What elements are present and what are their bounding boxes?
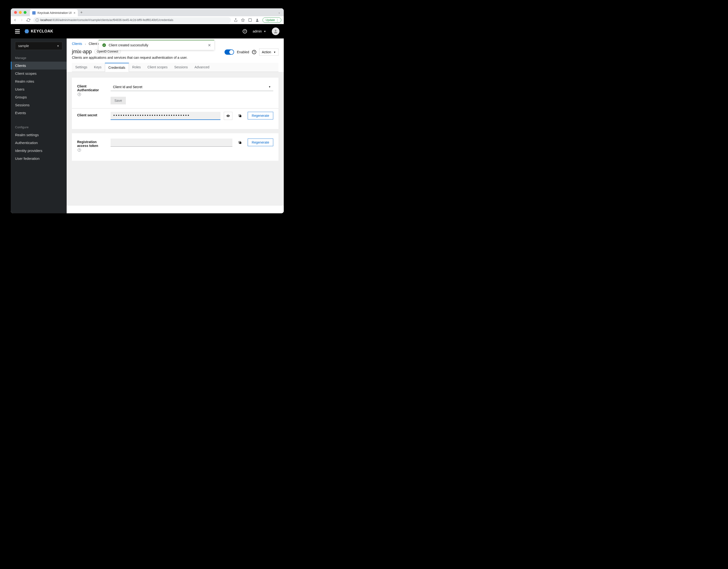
copy-token-button[interactable] (236, 139, 244, 147)
svg-point-4 (275, 30, 277, 31)
copy-secret-button[interactable] (236, 112, 244, 120)
tab-client-scopes[interactable]: Client scopes (144, 63, 171, 72)
svg-rect-7 (239, 115, 241, 117)
tab-settings[interactable]: Settings (72, 63, 91, 72)
regenerate-token-button[interactable]: Regenerate (248, 139, 273, 146)
tabs: Settings Keys Credentials Roles Client s… (72, 63, 278, 72)
help-icon[interactable]: ? (243, 29, 247, 33)
extensions-icon[interactable] (248, 18, 252, 22)
address-bar: i localhost:8180/admin/master/console/#/… (11, 16, 284, 24)
app-header: KEYCLOAK ? admin ▼ (11, 24, 284, 38)
action-dropdown[interactable]: Action ▼ (259, 48, 278, 56)
app-body: Client created successfully ✕ sample ▼ M… (11, 38, 284, 213)
breadcrumb-clients-link[interactable]: Clients (72, 42, 82, 46)
svg-rect-9 (239, 142, 241, 144)
logo[interactable]: KEYCLOAK (24, 29, 53, 34)
sidebar: sample ▼ Manage Clients Client scopes Re… (11, 38, 67, 213)
check-circle-icon (102, 43, 106, 47)
back-button[interactable] (13, 18, 17, 22)
chevron-right-icon: › (85, 43, 86, 45)
tab-credentials[interactable]: Credentials (105, 63, 129, 72)
main-content: Clients › Client details jmix-app OpenID… (67, 38, 284, 213)
favicon-icon (32, 11, 36, 15)
update-button[interactable]: Update ⋮ (262, 17, 281, 23)
menu-toggle-button[interactable] (15, 29, 20, 33)
sidebar-item-groups[interactable]: Groups (11, 93, 67, 101)
regenerate-secret-button[interactable]: Regenerate (248, 112, 273, 119)
minimize-window-button[interactable] (19, 11, 22, 14)
share-icon[interactable] (234, 18, 238, 22)
success-toast: Client created successfully ✕ (99, 40, 214, 50)
sidebar-item-user-federation[interactable]: User federation (11, 155, 67, 162)
url-text: localhost:8180/admin/master/console/#/sa… (40, 18, 173, 22)
forward-button[interactable] (20, 18, 24, 22)
browser-window: Keycloak Administration UI × + ⌄ i local… (11, 8, 284, 213)
page-title: jmix-app (72, 48, 92, 55)
tab-overflow-icon[interactable]: ⌄ (278, 11, 280, 14)
sidebar-item-sessions[interactable]: Sessions (11, 101, 67, 109)
client-secret-input[interactable]: •••••••••••••••••••••••••••••••• (111, 112, 220, 120)
sidebar-section-manage: Manage (11, 54, 67, 62)
chevron-down-icon: ▼ (264, 30, 266, 33)
page-description: Clients are applications and services th… (72, 56, 222, 59)
help-icon[interactable]: ? (78, 93, 81, 96)
avatar[interactable] (272, 27, 279, 35)
save-button[interactable]: Save (111, 97, 126, 104)
sidebar-item-users[interactable]: Users (11, 85, 67, 93)
reveal-secret-button[interactable] (224, 112, 232, 120)
enabled-label: Enabled (237, 50, 249, 54)
reload-button[interactable] (27, 18, 30, 22)
tab-advanced[interactable]: Advanced (191, 63, 213, 72)
tab-keys[interactable]: Keys (91, 63, 105, 72)
sidebar-item-identity-providers[interactable]: Identity providers (11, 147, 67, 155)
reg-token-input[interactable] (111, 139, 232, 147)
sidebar-item-client-scopes[interactable]: Client scopes (11, 70, 67, 77)
authenticator-card: Client Authenticator ? Client Id and Sec… (72, 78, 278, 129)
site-info-icon[interactable]: i (36, 18, 39, 22)
copy-icon (238, 141, 242, 145)
help-icon[interactable]: ? (252, 50, 256, 54)
toolbar-right: Update ⋮ (234, 17, 281, 23)
sidebar-section-configure: Configure (11, 123, 67, 131)
tab-sessions[interactable]: Sessions (171, 63, 191, 72)
new-tab-button[interactable]: + (80, 10, 83, 15)
chevron-down-icon: ▼ (273, 51, 276, 54)
url-field[interactable]: i localhost:8180/admin/master/console/#/… (33, 17, 231, 23)
authenticator-label: Client Authenticator ? (77, 83, 106, 96)
enabled-toggle[interactable] (225, 49, 234, 55)
more-icon: ⋮ (276, 18, 279, 22)
svg-marker-0 (241, 18, 245, 21)
sidebar-item-events[interactable]: Events (11, 109, 67, 117)
tab-title: Keycloak Administration UI (37, 11, 72, 15)
user-icon (273, 29, 278, 34)
close-tab-icon[interactable]: × (74, 11, 75, 15)
authenticator-select[interactable]: Client Id and Secret ▼ (111, 83, 273, 91)
browser-tab[interactable]: Keycloak Administration UI × (30, 9, 78, 16)
window-controls (14, 11, 27, 14)
realm-selector[interactable]: sample ▼ (15, 42, 62, 50)
reg-token-label: Registration access token ? (77, 139, 106, 152)
close-window-button[interactable] (14, 11, 17, 14)
chevron-down-icon: ▼ (57, 45, 59, 47)
svg-point-2 (257, 19, 258, 20)
profile-icon[interactable] (255, 18, 259, 22)
svg-rect-1 (249, 19, 252, 21)
sidebar-item-realm-roles[interactable]: Realm roles (11, 77, 67, 85)
client-secret-label: Client secret (77, 112, 106, 117)
sidebar-item-clients[interactable]: Clients (11, 62, 67, 70)
help-icon[interactable]: ? (78, 148, 81, 152)
copy-icon (238, 114, 242, 118)
tab-roles[interactable]: Roles (129, 63, 144, 72)
user-menu[interactable]: admin ▼ (253, 29, 266, 33)
sidebar-item-authentication[interactable]: Authentication (11, 139, 67, 147)
maximize-window-button[interactable] (24, 11, 27, 14)
bookmark-icon[interactable] (241, 18, 245, 22)
toast-message: Client created successfully (109, 43, 208, 47)
protocol-badge: OpenID Connect (94, 49, 121, 54)
sidebar-item-realm-settings[interactable]: Realm settings (11, 131, 67, 139)
eye-icon (226, 114, 230, 118)
keycloak-logo-icon (24, 29, 29, 34)
svg-marker-3 (25, 29, 29, 33)
registration-token-card: Registration access token ? Regenerate (72, 133, 278, 161)
toast-close-icon[interactable]: ✕ (208, 43, 211, 48)
